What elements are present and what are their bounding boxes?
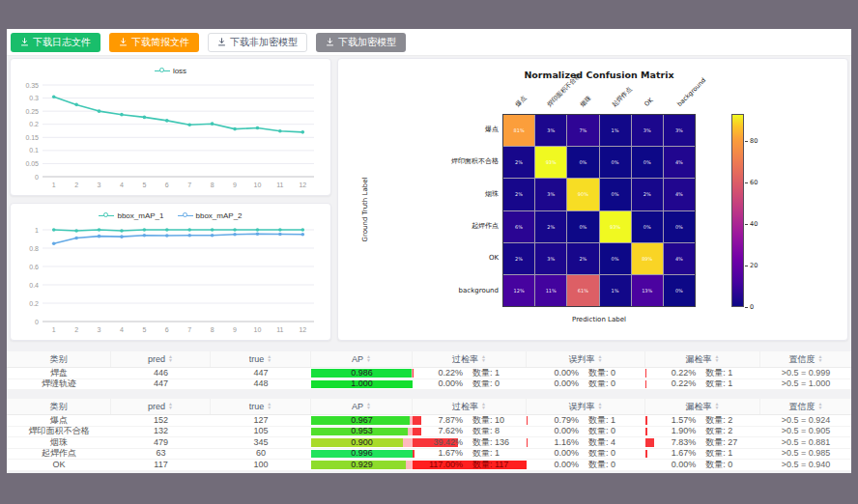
download-report-button[interactable]: 下载简报文件: [109, 33, 199, 52]
sort-icon[interactable]: ▲▼: [481, 403, 486, 409]
svg-text:8: 8: [211, 182, 214, 188]
download-icon: [326, 38, 334, 46]
sort-icon[interactable]: ▲▼: [715, 355, 720, 362]
svg-text:9: 9: [233, 182, 237, 188]
sort-icon[interactable]: ▲▼: [267, 355, 272, 362]
header-true[interactable]: true▲▼: [211, 399, 311, 414]
header-过检率[interactable]: 过检率▲▼: [413, 351, 527, 367]
sort-icon[interactable]: ▲▼: [481, 355, 486, 362]
cell-confidence: >0.5 = 0.985: [760, 449, 851, 460]
download-log-button[interactable]: 下载日志文件: [11, 33, 100, 52]
cell-class-name: 焊印面积不合格: [7, 427, 111, 437]
sort-icon[interactable]: ▲▼: [715, 403, 720, 409]
header-true[interactable]: true▲▼: [211, 351, 311, 367]
rate-pct: 1.90%: [645, 428, 696, 436]
header-label: pred: [148, 354, 165, 365]
svg-text:0.05: 0.05: [25, 160, 39, 167]
header-置信度[interactable]: 置信度▲▼: [760, 351, 851, 367]
cm-cell-5-5: 0%: [664, 275, 695, 306]
rate-text: 1.90%数量: 2: [645, 428, 760, 436]
header-误判率[interactable]: 误判率▲▼: [527, 399, 645, 414]
rate-count: 数量: 27: [696, 438, 760, 447]
svg-text:0.4: 0.4: [29, 282, 39, 289]
cm-cell-1-1: 93%: [535, 147, 566, 178]
svg-text:1: 1: [35, 227, 39, 234]
legend-item-loss[interactable]: loss: [155, 67, 186, 75]
header-AP[interactable]: AP▲▼: [311, 399, 413, 414]
cm-cell-3-2: 0%: [567, 211, 598, 242]
svg-text:0: 0: [35, 319, 39, 325]
download-encrypted-model-button[interactable]: 下载加密模型: [316, 33, 406, 52]
sort-icon[interactable]: ▲▼: [168, 355, 173, 362]
table-row: OK1171000.929117.00%数量: 1170.00%数量: 00.0…: [7, 460, 851, 471]
sort-icon[interactable]: ▲▼: [598, 403, 603, 409]
svg-text:4: 4: [120, 182, 124, 188]
cm-col-label: OK: [644, 97, 655, 108]
header-误判率[interactable]: 误判率▲▼: [527, 351, 645, 367]
download-icon: [217, 38, 226, 46]
cell-ap: 0.953: [311, 428, 413, 436]
cell-pred: 132: [111, 427, 211, 437]
table-row: 爆点1521270.9677.87%数量: 100.79%数量: 11.57%数…: [7, 415, 851, 427]
sort-icon[interactable]: ▲▼: [818, 355, 823, 362]
header-pred[interactable]: pred▲▼: [111, 351, 211, 367]
rate-pct: 1.16%: [527, 438, 579, 447]
confusion-matrix-ylabel: Ground Truth Label: [361, 161, 369, 258]
cell-true: 60: [211, 449, 311, 460]
rate-pct: 0.22%: [413, 369, 463, 378]
rate-count: 数量: 8: [463, 428, 527, 436]
table-row: 起焊作点63600.9961.67%数量: 10.00%数量: 01.67%数量…: [7, 449, 851, 461]
sort-icon[interactable]: ▲▼: [366, 355, 371, 362]
sort-icon[interactable]: ▲▼: [366, 403, 371, 409]
header-AP[interactable]: AP▲▼: [311, 351, 413, 367]
cm-cell-3-0: 6%: [503, 211, 534, 242]
rate-pct: 0.00%: [527, 428, 579, 436]
sort-icon[interactable]: ▲▼: [598, 355, 603, 362]
cell-overcheck-rate: 117.00%数量: 117: [413, 461, 527, 469]
header-pred[interactable]: pred▲▼: [111, 399, 211, 414]
rate-text: 39.42%数量: 136: [413, 438, 527, 447]
charts-area: loss 00.050.10.150.20.250.30.35123456789…: [7, 56, 851, 341]
header-label: 置信度: [789, 402, 815, 412]
cm-cell-5-3: 1%: [600, 275, 631, 306]
download-report-label: 下载简报文件: [131, 36, 189, 49]
cell-true: 100: [211, 460, 311, 470]
legend-label: bbox_mAP_1: [117, 211, 163, 220]
ap-value: 1.000: [311, 380, 413, 389]
header-漏检率[interactable]: 漏检率▲▼: [645, 399, 760, 414]
svg-text:12: 12: [299, 326, 306, 333]
cell-overcheck-rate: 7.62%数量: 8: [413, 428, 527, 436]
legend-label: bbox_mAP_2: [196, 211, 243, 220]
rate-count: 数量: 1: [463, 450, 527, 459]
legend-item-bbox_mAP_1[interactable]: bbox_mAP_1: [99, 211, 163, 220]
header-漏检率[interactable]: 漏检率▲▼: [645, 351, 760, 367]
download-plain-model-button[interactable]: 下载非加密模型: [208, 33, 307, 52]
sort-icon[interactable]: ▲▼: [168, 403, 173, 409]
svg-text:0.3: 0.3: [29, 95, 39, 101]
cm-cell-1-3: 0%: [600, 147, 631, 178]
header-过检率[interactable]: 过检率▲▼: [413, 399, 527, 414]
cell-confidence: >0.5 = 0.881: [760, 437, 851, 448]
cell-pred: 117: [111, 460, 211, 470]
sort-icon[interactable]: ▲▼: [818, 403, 823, 409]
colorbar: [731, 114, 744, 307]
rate-count: 数量: 1: [696, 380, 760, 389]
cell-confidence: >0.5 = 0.905: [760, 427, 851, 437]
rate-text: 0.00%数量: 0: [645, 461, 760, 469]
cm-cell-2-2: 90%: [567, 179, 598, 210]
cell-pred: 446: [111, 368, 211, 378]
sort-icon[interactable]: ▲▼: [267, 403, 272, 409]
svg-text:10: 10: [254, 182, 262, 188]
cm-cell-3-3: 93%: [600, 211, 631, 242]
legend-item-bbox_mAP_2[interactable]: bbox_mAP_2: [178, 211, 243, 220]
cell-ap: 0.986: [311, 369, 413, 378]
download-icon: [119, 38, 128, 46]
svg-text:5: 5: [142, 326, 146, 333]
table-row: 烟珠4793450.90039.42%数量: 1361.16%数量: 47.83…: [7, 437, 851, 449]
rate-text: 7.83%数量: 27: [645, 438, 760, 447]
svg-text:0.2: 0.2: [29, 121, 39, 127]
header-置信度[interactable]: 置信度▲▼: [760, 399, 851, 414]
cell-true: 105: [211, 427, 311, 437]
rate-pct: 7.83%: [645, 438, 696, 447]
header-label: 误判率: [569, 402, 595, 412]
